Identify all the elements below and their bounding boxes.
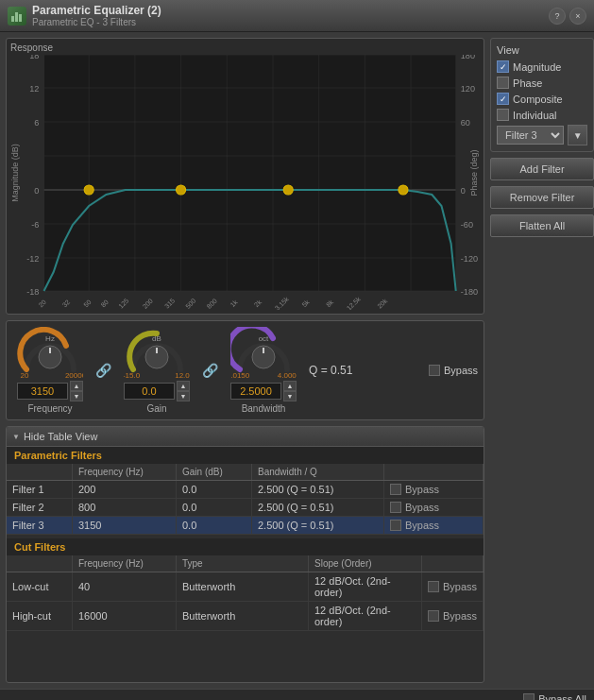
table-row[interactable]: Low-cut 40 Butterworth 12 dB/Oct. (2nd-o… <box>7 572 484 602</box>
bandwidth-spinner: ▲ ▼ <box>283 381 297 401</box>
svg-text:-180: -180 <box>461 287 478 297</box>
remove-filter-button[interactable]: Remove Filter <box>490 186 594 209</box>
add-filter-button[interactable]: Add Filter <box>490 158 594 180</box>
svg-rect-0 <box>11 16 14 22</box>
svg-text:-6: -6 <box>31 220 39 230</box>
gain-input[interactable]: 0.0 <box>124 383 175 400</box>
phase-label: Phase <box>513 77 542 89</box>
gain-knob-svg: -15.0 12.0 dB <box>124 327 190 379</box>
filter2-frequency: 800 <box>73 499 177 516</box>
magnitude-label: Magnitude <box>513 61 561 73</box>
filter1-bypass-checkbox[interactable] <box>390 484 401 495</box>
q-display: Q = 0.51 <box>309 364 352 377</box>
left-panel: Response <box>6 38 484 683</box>
table-area: ▼ Hide Table View Parametric Filters Fre… <box>6 426 484 683</box>
filter2-bypass-label: Bypass <box>405 502 439 513</box>
svg-text:60: 60 <box>461 118 470 128</box>
title-bar: Parametric Equalizer (2) Parametric EQ -… <box>0 0 594 32</box>
bypass-all-checkbox[interactable] <box>523 693 535 700</box>
bandwidth-down-btn[interactable]: ▼ <box>283 391 297 401</box>
table-row[interactable]: Filter 3 3150 0.0 2.500 (Q = 0.51) Bypas… <box>7 517 484 535</box>
frequency-up-btn[interactable]: ▲ <box>70 381 83 391</box>
svg-text:2k: 2k <box>253 299 263 308</box>
freq-gain-link-icon[interactable]: 🔗 <box>95 363 111 378</box>
cut-table-header: Frequency (Hz) Type Slope (Order) <box>7 555 484 572</box>
filter1-gain: 0.0 <box>177 481 252 498</box>
eq-chart: 18 12 6 0 -6 -12 -18 180 120 60 0 -60 -1… <box>10 55 480 310</box>
svg-text:32: 32 <box>61 299 72 308</box>
filter2-name: Filter 2 <box>7 499 73 516</box>
svg-text:200: 200 <box>142 298 154 310</box>
filter-select[interactable]: Filter 3 Filter 1 Filter 2 <box>497 126 564 145</box>
ph-bypass <box>384 464 484 480</box>
svg-text:50: 50 <box>82 299 93 308</box>
svg-text:-60: -60 <box>461 220 473 230</box>
close-button[interactable]: × <box>569 8 586 25</box>
bypass-all-label: Bypass All <box>538 693 586 700</box>
help-button[interactable]: ? <box>549 8 566 25</box>
table-row[interactable]: Filter 2 800 0.0 2.500 (Q = 0.51) Bypass <box>7 499 484 517</box>
table-row[interactable]: Filter 1 200 0.0 2.500 (Q = 0.51) Bypass <box>7 481 484 499</box>
svg-text:1k: 1k <box>229 299 239 308</box>
filter1-frequency: 200 <box>73 481 177 498</box>
cut-title: Cut Filters <box>7 538 484 555</box>
lowcut-bypass-label: Bypass <box>443 581 477 592</box>
filter1-name: Filter 1 <box>7 481 73 498</box>
lowcut-bypass-checkbox[interactable] <box>428 581 439 592</box>
gain-up-btn[interactable]: ▲ <box>177 381 190 391</box>
svg-text:800: 800 <box>206 298 218 310</box>
table-row[interactable]: High-cut 16000 Butterworth 12 dB/Oct. (2… <box>7 602 484 631</box>
title-bar-left: Parametric Equalizer (2) Parametric EQ -… <box>8 4 161 27</box>
triangle-icon: ▼ <box>12 433 20 441</box>
view-composite: Composite <box>497 93 587 105</box>
filter3-gain: 0.0 <box>177 517 252 534</box>
filter1-bandwidth: 2.500 (Q = 0.51) <box>252 481 384 498</box>
ch-name <box>7 555 73 572</box>
highcut-bypass-checkbox[interactable] <box>428 610 439 622</box>
frequency-input[interactable]: 3150 <box>17 383 68 400</box>
controls-bypass-checkbox[interactable] <box>429 365 440 376</box>
bandwidth-knob-display: 0.0150 4.0000 oct <box>230 327 297 379</box>
lowcut-bypass-cell: Bypass <box>422 572 484 601</box>
filter2-bypass-checkbox[interactable] <box>390 502 401 513</box>
lowcut-type: Butterworth <box>177 572 309 601</box>
flatten-all-button[interactable]: Flatten All <box>490 214 594 237</box>
bandwidth-up-btn[interactable]: ▲ <box>283 381 297 391</box>
gain-bw-link-icon[interactable]: 🔗 <box>202 363 218 378</box>
frequency-control: 20 20000 Hz 3150 ▲ ▼ Frequency <box>12 327 88 414</box>
parametric-filters-section: Parametric Filters Frequency (Hz) Gain (… <box>7 447 484 538</box>
filter-select-row: Filter 3 Filter 1 Filter 2 ▼ <box>497 125 587 145</box>
svg-text:-18: -18 <box>26 287 39 297</box>
svg-text:125: 125 <box>117 298 129 310</box>
gain-down-btn[interactable]: ▼ <box>177 391 190 401</box>
bandwidth-input-row: 2.5000 ▲ ▼ <box>230 381 297 401</box>
composite-label: Composite <box>513 94 563 105</box>
hide-table-header[interactable]: ▼ Hide Table View <box>7 427 484 447</box>
frequency-down-btn[interactable]: ▼ <box>70 391 83 401</box>
bandwidth-knob-svg: 0.0150 4.0000 oct <box>230 327 297 379</box>
gain-label: Gain <box>146 403 166 414</box>
filter1-bypass-label: Bypass <box>405 484 439 495</box>
svg-text:4.0000: 4.0000 <box>278 371 297 379</box>
svg-point-22 <box>84 185 93 195</box>
filter3-bypass-checkbox[interactable] <box>390 520 401 531</box>
svg-text:-120: -120 <box>461 254 478 264</box>
svg-text:20k: 20k <box>376 297 388 309</box>
individual-checkbox[interactable] <box>497 109 509 121</box>
bandwidth-input[interactable]: 2.5000 <box>230 383 281 400</box>
title-texts: Parametric Equalizer (2) Parametric EQ -… <box>32 4 161 27</box>
filter-dropdown-btn[interactable]: ▼ <box>568 125 587 145</box>
phase-checkbox[interactable] <box>497 77 509 89</box>
gain-control: -15.0 12.0 dB 0.0 ▲ ▼ Gain <box>119 327 195 414</box>
frequency-knob-svg: 20 20000 Hz <box>17 327 83 379</box>
svg-point-25 <box>399 185 408 195</box>
svg-rect-2 <box>19 14 22 22</box>
composite-checkbox[interactable] <box>497 93 509 105</box>
svg-text:80: 80 <box>99 299 110 308</box>
svg-text:3.15k: 3.15k <box>274 295 291 310</box>
magnitude-checkbox[interactable] <box>497 60 509 73</box>
cut-filters-section: Cut Filters Frequency (Hz) Type Slope (O… <box>7 538 484 635</box>
svg-text:Phase (deg): Phase (deg) <box>469 150 479 196</box>
ph-bandwidth: Bandwidth / Q <box>252 464 384 480</box>
svg-text:120: 120 <box>461 84 475 94</box>
